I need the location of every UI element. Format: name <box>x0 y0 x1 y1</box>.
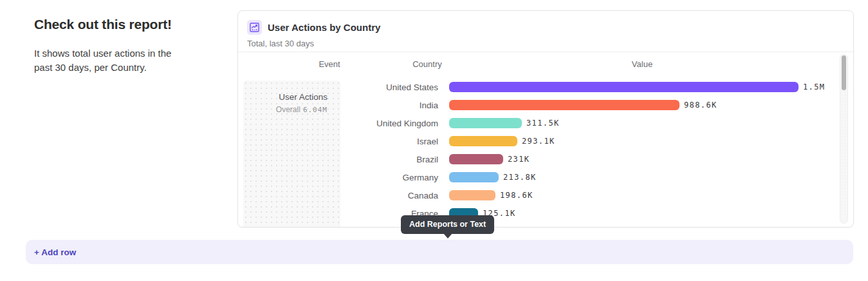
chart-row: India988.6K <box>238 96 840 114</box>
intro-block: Check out this report! It shows total us… <box>34 17 195 75</box>
value-bar[interactable] <box>449 136 517 146</box>
country-label: United States <box>238 82 449 92</box>
insights-chart-icon <box>247 20 262 35</box>
report-title[interactable]: User Actions by Country <box>268 22 380 33</box>
value-bar[interactable] <box>449 100 679 110</box>
tooltip-label: Add Reports or Text <box>409 220 486 229</box>
add-row-label: + Add row <box>34 247 76 257</box>
column-header-event: Event <box>319 59 340 69</box>
report-card-header: User Actions by Country Total, last 30 d… <box>238 11 853 52</box>
value-label: 1.5M <box>803 82 826 92</box>
chart-row: Brazil231K <box>238 150 840 168</box>
intro-description: It shows total user actions in the past … <box>34 46 189 75</box>
chart-row: Germany213.8K <box>238 168 840 186</box>
report-card: User Actions by Country Total, last 30 d… <box>237 10 854 228</box>
chart-row: United Kingdom311.5K <box>238 114 840 132</box>
intro-title: Check out this report! <box>34 17 195 32</box>
country-label: Canada <box>238 191 449 200</box>
value-label: 311.5K <box>526 119 560 128</box>
chart-area: Event Country Value User Actions Overall… <box>238 52 853 227</box>
column-header-country: Country <box>412 59 442 69</box>
value-label: 198.6K <box>500 191 533 200</box>
chart-rows: United States1.5MIndia988.6KUnited Kingd… <box>238 78 840 222</box>
country-label: Brazil <box>238 155 449 164</box>
chart-row: Canada198.6K <box>238 186 840 204</box>
column-header-value: Value <box>632 59 652 69</box>
add-row-button[interactable]: + Add row <box>26 240 853 264</box>
vertical-scrollbar[interactable] <box>840 54 848 224</box>
value-bar[interactable] <box>449 190 495 200</box>
country-label: India <box>238 101 449 110</box>
value-bar[interactable] <box>449 172 499 182</box>
value-label: 293.1K <box>522 137 555 146</box>
chart-row: United States1.5M <box>238 78 840 96</box>
country-label: Israel <box>238 137 449 146</box>
value-bar[interactable] <box>449 82 799 92</box>
value-label: 213.8K <box>503 173 537 182</box>
add-reports-tooltip: Add Reports or Text <box>401 215 494 234</box>
value-label: 231K <box>508 155 530 164</box>
chart-row: Israel293.1K <box>238 132 840 150</box>
value-label: 988.6K <box>684 101 717 110</box>
value-bar[interactable] <box>449 154 503 164</box>
chart-row: France125.1K <box>238 204 840 222</box>
report-subtitle: Total, last 30 days <box>247 39 844 48</box>
scrollbar-thumb[interactable] <box>842 55 846 90</box>
country-label: United Kingdom <box>238 119 449 128</box>
country-label: Germany <box>238 173 449 182</box>
value-bar[interactable] <box>449 118 522 128</box>
